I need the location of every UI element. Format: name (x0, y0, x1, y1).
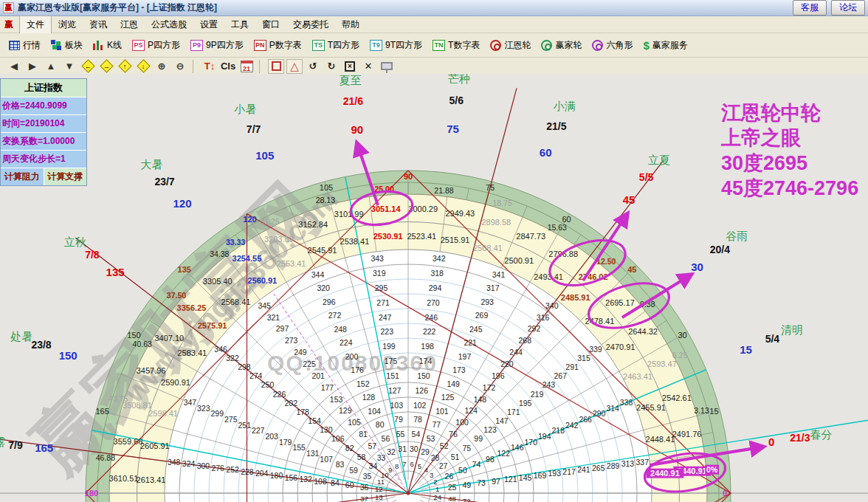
svg-text:46.88: 46.88 (96, 453, 115, 462)
zoom-in-icon[interactable]: ⊕ (154, 59, 170, 74)
nav-up-icon[interactable]: ▲ (43, 59, 59, 74)
svg-text:316: 316 (537, 313, 550, 322)
toolbar-item-江恩轮[interactable]: 江恩轮 (486, 37, 535, 54)
svg-text:3051.14: 3051.14 (371, 204, 402, 213)
toolbar-item-六角形[interactable]: 六角形 (588, 37, 637, 54)
svg-text:2485.91: 2485.91 (561, 293, 590, 302)
svg-text:177: 177 (321, 383, 334, 392)
cls-button[interactable]: Cls (220, 59, 236, 74)
svg-text:273: 273 (285, 336, 298, 345)
svg-text:73: 73 (477, 478, 486, 487)
svg-text:148: 148 (474, 395, 487, 404)
menu-item-4[interactable]: 公式选股 (145, 16, 193, 33)
svg-text:2583.41: 2583.41 (177, 348, 207, 357)
svg-text:245: 245 (469, 325, 483, 334)
shift-down-icon[interactable]: ↓ (135, 59, 151, 74)
toolbar-item-label: 9T四方形 (385, 39, 422, 52)
toolbar-item-行情[interactable]: 行情 (4, 37, 45, 54)
toolbar-item-P数字表[interactable]: PNP数字表 (249, 37, 306, 54)
svg-text:6: 6 (410, 460, 414, 468)
svg-text:0: 0 (723, 489, 727, 498)
titlebar-button-论坛[interactable]: 论坛 (831, 0, 865, 16)
shift-up-icon[interactable]: ↑ (117, 59, 133, 74)
menu-item-9[interactable]: 帮助 (335, 16, 366, 33)
menu-item-5[interactable]: 设置 (193, 16, 224, 33)
gann-wheel-chart[interactable]: 赢家财富网www.yingjia360.comQQ:10080036012345… (0, 74, 868, 502)
toolbar-item-赢家服务[interactable]: $赢家服务 (638, 37, 692, 54)
toolbar-item-T四方形[interactable]: TST四方形 (308, 37, 364, 54)
menu-item-7[interactable]: 窗口 (255, 16, 286, 33)
svg-text:50: 50 (458, 466, 467, 475)
svg-text:340: 340 (545, 301, 559, 310)
nav-left-icon[interactable]: ◀ (6, 59, 22, 74)
svg-text:146: 146 (511, 443, 524, 452)
svg-text:266: 266 (579, 415, 592, 424)
svg-text:2500.91: 2500.91 (504, 256, 534, 265)
svg-text:0: 0 (768, 436, 774, 448)
toolbar-item-板块[interactable]: 板块 (46, 37, 87, 54)
titlebar-button-客服[interactable]: 客服 (793, 0, 827, 16)
wheel-red-icon (490, 40, 501, 51)
svg-text:337: 337 (636, 458, 650, 467)
calendar-icon[interactable]: 21 (238, 59, 255, 74)
toolbar-item-赢家轮[interactable]: 赢家轮 (537, 37, 586, 54)
triangle-overlay-icon[interactable]: △ (286, 59, 303, 74)
svg-text:149: 149 (447, 379, 460, 388)
shift-left-icon[interactable]: ← (80, 59, 96, 74)
fit-box-icon[interactable]: × (342, 59, 358, 74)
toolbar-item-T数字表[interactable]: TNT数字表 (428, 37, 484, 54)
svg-text:2695.17: 2695.17 (605, 298, 635, 307)
svg-text:23/7: 23/7 (154, 176, 174, 188)
svg-text:99: 99 (474, 434, 483, 443)
svg-text:150: 150 (417, 371, 430, 380)
shift-right-icon[interactable]: → (98, 59, 114, 74)
calc-resistance-button[interactable]: 计算阻力 (1, 168, 44, 185)
collapse-icon[interactable]: ✕ (360, 59, 376, 74)
svg-text:8: 8 (395, 462, 399, 470)
svg-text:317: 317 (486, 283, 500, 292)
menu-item-3[interactable]: 江恩 (114, 16, 145, 33)
calc-support-button[interactable]: 计算支撑 (44, 168, 87, 185)
toolbar-item-9P四方形[interactable]: P99P四方形 (186, 37, 248, 54)
svg-text:222: 222 (423, 327, 436, 336)
svg-text:7/8: 7/8 (85, 249, 100, 261)
t-updown-icon[interactable]: T↕ (202, 59, 218, 74)
svg-text:225: 225 (303, 360, 316, 368)
svg-text:45度2746-2796: 45度2746-2796 (721, 177, 858, 199)
nav-right-icon[interactable]: ▶ (24, 59, 41, 74)
square-overlay-icon[interactable] (268, 59, 284, 74)
svg-text:271: 271 (376, 298, 390, 307)
svg-text:2949.43: 2949.43 (445, 209, 475, 218)
svg-text:3152.84: 3152.84 (298, 220, 328, 229)
menu-item-6[interactable]: 工具 (224, 16, 255, 33)
svg-text:3203.69: 3203.69 (264, 235, 294, 244)
svg-text:178: 178 (296, 408, 309, 416)
nav-down-icon[interactable]: ▼ (61, 59, 78, 74)
toolbar-item-9T四方形[interactable]: T99T四方形 (365, 37, 427, 54)
toolbar-item-K线[interactable]: K线 (89, 37, 126, 54)
quote-field-3: 周天变化步长=1 (1, 151, 86, 168)
toolbar-item-label: T数字表 (448, 39, 480, 52)
svg-text:上帝之眼: 上帝之眼 (720, 127, 802, 149)
svg-text:9: 9 (388, 466, 392, 474)
menu-item-0[interactable]: 文件 (19, 16, 52, 34)
presentation-icon[interactable] (379, 59, 395, 74)
zoom-out-icon[interactable]: ⊖ (172, 59, 188, 74)
svg-text:18.75: 18.75 (492, 199, 512, 207)
rotate-cw-icon[interactable]: ↻ (323, 59, 340, 74)
svg-text:221: 221 (464, 338, 477, 347)
gann-wheel-svg[interactable]: 赢家财富网www.yingjia360.comQQ:10080036012345… (0, 74, 868, 502)
menu-item-8[interactable]: 交易委托 (286, 16, 335, 33)
svg-text:59: 59 (349, 466, 358, 475)
svg-text:197: 197 (458, 352, 472, 361)
toolbar-item-P四方形[interactable]: PSP四方形 (128, 37, 185, 54)
svg-text:13: 13 (375, 493, 383, 501)
svg-text:297: 297 (276, 324, 289, 333)
menu-item-1[interactable]: 浏览 (52, 16, 83, 33)
svg-text:80: 80 (376, 420, 385, 429)
svg-text:247: 247 (379, 313, 392, 322)
svg-text:315: 315 (577, 354, 590, 362)
svg-text:5/5: 5/5 (639, 171, 654, 183)
menu-item-2[interactable]: 资讯 (83, 16, 114, 33)
rotate-ccw-icon[interactable]: ↺ (305, 59, 321, 74)
